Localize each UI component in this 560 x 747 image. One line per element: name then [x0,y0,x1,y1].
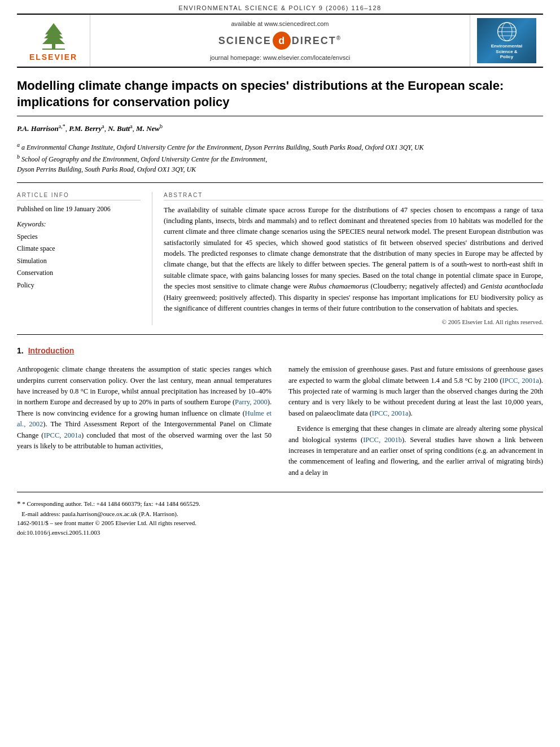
body-left-col: Anthropogenic climate change threatens t… [17,364,272,483]
logos-row: ELSEVIER available at www.sciencedirect.… [17,14,543,68]
sd-circle-icon: d [273,32,291,50]
ref-ipcc-2001a-2: IPCC, 2001a [502,377,539,385]
keywords-label: Keywords: [17,220,141,229]
author-berry: P.M. Berry [69,125,102,133]
published-date: Published on line 19 January 2006 [17,205,141,213]
article-title: Modelling climate change impacts on spec… [17,68,543,116]
sd-direct-text: DIRECT® [292,35,342,47]
author-harrison: P.A. Harrison [17,125,59,133]
available-text: available at www.sciencedirect.com [231,20,329,27]
abstract-col: ABSTRACT The availability of suitable cl… [152,192,543,326]
elsevier-tree-icon [34,20,73,51]
copyright: © 2005 Elsevier Ltd. All rights reserved… [164,318,543,325]
esp-journal-title: EnvironmentalScience &Policy [491,43,523,60]
section-num: 1. [17,346,24,355]
keyword-simulation: Simulation [17,255,141,268]
journal-homepage: journal homepage: www.elsevier.com/locat… [210,54,350,61]
keyword-conservation: Conservation [17,267,141,279]
elsevier-logo: ELSEVIER [17,15,90,67]
svg-rect-1 [42,49,65,50]
influence-word: influence [182,409,208,417]
ref-hulme: Hulme et al., 2002 [17,409,272,428]
body-cols: Anthropogenic climate change threatens t… [17,360,543,483]
elsevier-brand-text: ELSEVIER [29,53,77,62]
intro-right-para2: Evidence is emerging that these changes … [288,423,543,478]
ref-ipcc-2001b: IPCC, 2001b [363,436,402,444]
section-title-intro: 1. Introduction [17,346,543,355]
footer-corresponding: * * Corresponding author. Tel.: +44 1484… [17,498,543,509]
author-new: M. New [136,125,160,133]
affiliations: a a Environmental Change Institute, Oxfo… [17,137,543,180]
affiliation-b: b School of Geography and the Environmen… [17,152,543,174]
divider [17,182,543,183]
sciencedirect-logo: SCIENCE d DIRECT® [218,32,342,50]
keyword-policy: Policy [17,279,141,292]
ref-ipcc-2001a-1: IPCC, 2001a [43,431,81,439]
esp-globe-icon [496,21,518,42]
abstract-label: ABSTRACT [164,192,543,200]
keyword-climate: Climate space [17,243,141,255]
journal-title-header: Environmental Science & Policy 9 (2006) … [178,5,381,11]
ref-parry: Parry, 2000 [235,398,268,406]
abstract-text: The availability of suitable climate spa… [164,205,543,314]
footer-doi: doi:10.1016/j.envsci.2005.11.003 [17,528,543,538]
article-body: Modelling climate change impacts on spec… [0,68,560,540]
authors-line: P.A. Harrisona,*, P.M. Berrya, N. Butta,… [17,116,543,137]
intro-right-para1: namely the emission of greenhouse gases.… [288,364,543,419]
footer-issn: 1462-9011/$ – see front matter © 2005 El… [17,518,543,528]
center-header: available at www.sciencedirect.com SCIEN… [90,15,470,67]
page: Environmental Science & Policy 9 (2006) … [0,0,560,747]
info-abstract-cols: ARTICLE INFO Published on line 19 Januar… [17,185,543,326]
esp-logo: EnvironmentalScience &Policy [470,15,543,67]
article-info-col: ARTICLE INFO Published on line 19 Januar… [17,192,152,326]
intro-section: 1. Introduction Anthropogenic climate ch… [17,334,543,483]
article-info-label: ARTICLE INFO [17,192,141,200]
section-heading-intro: Introduction [28,346,75,355]
footer-email: E-mail address: paula.harrison@ouce.ox.a… [17,509,543,519]
article-footer: * * Corresponding author. Tel.: +44 1484… [17,492,543,540]
author-butt: N. Butt [108,125,130,133]
keyword-species: Species [17,231,141,243]
journal-header: Environmental Science & Policy 9 (2006) … [0,0,560,14]
body-right-col: namely the emission of greenhouse gases.… [288,364,543,483]
sd-science-text: SCIENCE [218,35,272,47]
affiliation-a: a a Environmental Change Institute, Oxfo… [17,141,543,152]
intro-left-para1: Anthropogenic climate change threatens t… [17,364,272,452]
ref-ipcc-2001a-3: IPCC, 2001a [372,409,409,417]
